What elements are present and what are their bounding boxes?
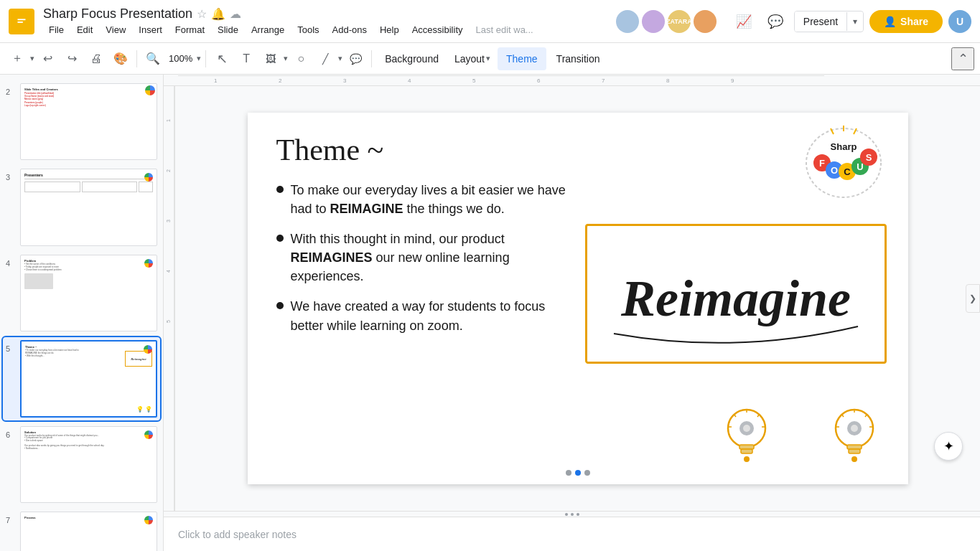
share-icon: 👤 [884,16,896,27]
svg-text:F: F [819,158,825,169]
cloud-icon[interactable]: ☁ [230,7,241,21]
add-arrow[interactable]: ▾ [30,54,34,63]
text-button[interactable]: T [235,47,258,70]
print-button[interactable]: 🖨 [85,47,108,70]
present-button[interactable]: Present ▾ [794,11,864,32]
menu-tools[interactable]: Tools [291,23,325,37]
insights-button[interactable]: 📈 [731,9,757,34]
main-content: 2 Slide Titles and Creators Presentation… [0,75,980,551]
slide-canvas[interactable]: Theme ~ Sharp [248,113,908,484]
nav-dots [563,467,593,479]
slide-item-3[interactable]: 3 Presenters [3,166,160,248]
slide-thumb-7[interactable]: Process [20,512,157,551]
light-bulbs [714,405,887,470]
svg-rect-37 [741,449,752,453]
menu-addons[interactable]: Add-ons [327,23,373,37]
comment-tool-button[interactable]: 💬 [344,47,367,70]
slide-item-6[interactable]: 6 Solution Our product works by getting … [3,423,160,506]
slide-number-2: 2 [6,88,16,96]
svg-text:4: 4 [408,77,411,84]
nav-dot-3[interactable] [584,470,590,476]
reimagine-box[interactable]: Reimagine [585,224,887,364]
theme-button[interactable]: Theme [498,47,546,70]
separator-1 [136,50,137,67]
slide-item-4[interactable]: 4 Problem • Set the scene of the conditi… [3,252,160,334]
layout-select[interactable]: Layout ▾ [449,47,496,70]
ruler-left: 1 2 3 4 5 [164,86,175,511]
zoom-arrow[interactable]: ▾ [197,54,201,63]
svg-rect-1 [18,19,26,20]
slide-number-5: 5 [6,344,16,353]
separator-3 [371,50,372,67]
svg-point-45 [744,456,750,462]
menu-slide[interactable]: Slide [212,23,244,37]
slide-number-3: 3 [6,173,16,182]
undo-button[interactable]: ↩ [36,47,59,70]
slide-thumb-4[interactable]: Problem • Set the scene of the condition… [20,255,157,331]
svg-text:5: 5 [472,77,476,84]
toolbar: ＋ ▾ ↩ ↪ 🖨 🎨 🔍 100% ▾ ↖ T 🖼 ▾ ○ ╱ ▾ 💬 Bac… [0,43,980,75]
line-button[interactable]: ╱ [314,47,337,70]
svg-text:C: C [844,166,851,177]
present-label[interactable]: Present [795,11,846,32]
paint-format-button[interactable]: 🎨 [109,47,132,70]
line-arrow[interactable]: ▾ [338,54,342,63]
slide-thumb-5[interactable]: Theme ~ • To make our everyday lives a b… [20,340,157,417]
bullet-dot-1 [276,186,284,193]
user-avatar[interactable]: U [948,10,971,33]
star-icon[interactable]: ☆ [197,7,207,21]
menu-edit[interactable]: Edit [71,23,98,37]
menu-accessibility[interactable]: Accessibility [406,23,469,37]
canvas-area[interactable]: Theme ~ Sharp [175,86,980,511]
resize-handle[interactable] [164,511,980,517]
ai-button[interactable]: ✦ [934,432,963,461]
redo-button[interactable]: ↪ [60,47,83,70]
menu-format[interactable]: Format [169,23,210,37]
svg-text:O: O [830,165,837,176]
slide-thumb-2[interactable]: Slide Titles and Creators Presentation t… [20,83,157,160]
slide-item-2[interactable]: 2 Slide Titles and Creators Presentation… [3,80,160,163]
image-button[interactable]: 🖼 [259,47,282,70]
speaker-notes[interactable]: Click to add speaker notes [164,517,980,551]
menu-file[interactable]: File [43,23,70,37]
slide-thumb-3[interactable]: Presenters [20,169,157,245]
background-button[interactable]: Background [376,47,447,70]
present-arrow[interactable]: ▾ [846,12,863,31]
avatars-group: ZATARA [616,10,717,33]
svg-point-39 [743,425,750,432]
comment-button[interactable]: 💬 [762,9,788,34]
ruler-top: 1 2 3 4 5 6 7 8 9 [164,75,980,86]
doc-title[interactable]: Sharp Focus Presentation [43,6,192,22]
menu-arrange[interactable]: Arrange [246,23,290,37]
slide-item-7[interactable]: 7 Process [3,509,160,551]
share-label: Share [900,16,928,27]
svg-text:8: 8 [666,77,670,84]
svg-text:6: 6 [537,77,541,84]
select-button[interactable]: ↖ [210,47,233,70]
image-arrow[interactable]: ▾ [284,54,288,63]
add-button[interactable]: ＋ [6,47,29,70]
collapse-panel-button[interactable]: ❯ [966,284,980,313]
svg-text:3: 3 [166,220,171,222]
nav-dot-1[interactable] [566,470,571,476]
avatar-1 [616,10,639,33]
menu-view[interactable]: View [100,23,131,37]
zoom-level: 100% [166,53,195,64]
slide-number-6: 6 [6,430,16,439]
slide-item-5[interactable]: 5 Theme ~ • To make our everyday lives a… [3,337,160,420]
menu-help[interactable]: Help [374,23,405,37]
transition-button[interactable]: Transition [548,47,609,70]
svg-text:5: 5 [166,320,171,323]
slide-title[interactable]: Theme ~ [276,133,384,167]
nav-dot-2[interactable] [575,470,581,476]
share-button[interactable]: 👤 Share [869,10,943,33]
app-icon[interactable] [9,9,34,34]
zoom-out-button[interactable]: 🔍 [141,47,164,70]
reminder-icon[interactable]: 🔔 [211,7,225,21]
editor-area: 1 2 3 4 5 6 7 8 9 1 2 3 4 5 [164,75,980,551]
menu-insert[interactable]: Insert [133,23,168,37]
slide-thumb-6[interactable]: Solution Our product works by getting ri… [20,426,157,503]
bullet-item-2: With this thought in mind, our product R… [276,230,578,286]
shape-button[interactable]: ○ [289,47,312,70]
collapse-toolbar-button[interactable]: ⌃ [951,47,974,70]
